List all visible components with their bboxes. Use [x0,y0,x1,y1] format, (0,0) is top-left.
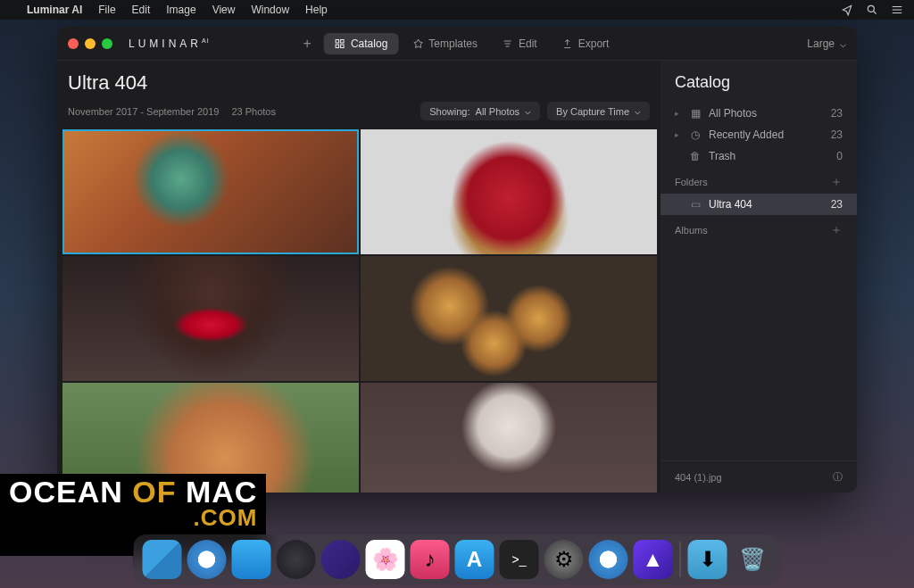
menu-edit[interactable]: Edit [132,4,151,16]
dock-app[interactable] [589,540,628,579]
dock-separator [680,542,681,577]
sidebar-item-label: Trash [709,150,735,162]
svg-rect-3 [336,45,339,48]
sidebar-folders-section: Folders ＋ [661,167,857,194]
app-window: LUMINARAI + Catalog Templates Edit Expor… [57,27,857,493]
menubar-control-center-icon[interactable] [891,4,903,16]
app-logo-sup: AI [202,37,210,44]
dock-settings[interactable]: ⚙ [544,540,584,579]
close-button[interactable] [68,38,79,49]
dock-terminal[interactable]: >_ [500,540,539,579]
watermark-text: .COM [9,505,257,531]
showing-filter[interactable]: Showing: All Photos ⌵ [420,102,540,120]
app-logo-text: LUMINAR [129,37,202,50]
photo-grid [62,129,661,493]
sidebar-item-label: Ultra 404 [709,198,752,211]
watermark-text: OCEAN [9,475,123,509]
sidebar-title: Catalog [661,73,857,103]
menubar-app-name[interactable]: Luminar AI [27,4,82,16]
sort-filter-label: By Capture Time [556,106,629,117]
menu-window[interactable]: Window [251,4,289,16]
grid-icon: ▦ [689,107,702,120]
tab-templates[interactable]: Templates [402,33,488,54]
album-photo-count: 23 Photos [231,106,276,117]
export-icon [562,38,573,49]
trash-icon: 🗑 [689,150,702,162]
thumbnail-size-selector[interactable]: Large ⌵ [807,37,846,50]
sidebar-item-count: 23 [831,107,843,120]
dock-appstore[interactable]: A [455,540,494,579]
dock-downloads[interactable]: ⬇ [688,540,727,579]
menu-file[interactable]: File [98,4,115,16]
showing-filter-value: All Photos [476,106,520,117]
chevron-down-icon: ⌵ [840,37,846,50]
menu-view[interactable]: View [212,4,236,16]
tab-edit-label: Edit [519,37,537,50]
templates-icon [412,38,423,49]
titlebar: LUMINARAI + Catalog Templates Edit Expor… [57,27,857,61]
disclosure-triangle-icon[interactable]: ▸ [675,109,682,118]
sort-filter[interactable]: By Capture Time ⌵ [547,102,650,120]
sidebar-section-label: Albums [675,225,708,236]
tab-catalog[interactable]: Catalog [324,33,398,54]
tab-export-label: Export [578,37,610,50]
clock-icon: ◷ [689,128,702,141]
chevron-down-icon: ⌵ [525,105,531,117]
svg-rect-4 [341,45,345,48]
photo-thumbnail[interactable] [361,129,657,254]
album-date-range: November 2017 - September 2019 [68,106,219,117]
sidebar-item-count: 23 [831,198,843,211]
minimize-button[interactable] [85,38,96,49]
dock-app[interactable] [232,540,271,579]
chevron-down-icon: ⌵ [635,105,641,117]
showing-filter-prefix: Showing: [429,106,469,117]
watermark-text: MAC [186,475,257,509]
photo-thumbnail[interactable] [62,129,359,254]
sidebar-footer: 404 (1).jpg ⓘ [661,460,857,493]
info-button[interactable]: ⓘ [833,470,843,484]
app-logo: LUMINARAI [129,37,210,50]
tab-templates-label: Templates [428,37,478,50]
main-area: Ultra 404 November 2017 - September 2019… [57,61,661,493]
sidebar-recently-added[interactable]: ▸ ◷ Recently Added 23 [661,124,857,145]
photo-thumbnail[interactable] [361,383,657,493]
album-title: Ultra 404 [68,71,147,95]
watermark-text: OF [132,475,176,509]
add-folder-button[interactable]: ＋ [830,174,843,190]
window-controls [68,38,112,49]
menu-image[interactable]: Image [166,4,195,16]
photo-thumbnail[interactable] [361,256,657,381]
sidebar-folder-item[interactable]: ▭ Ultra 404 23 [661,194,857,215]
catalog-sidebar: Catalog ▸ ▦ All Photos 23 ▸ ◷ Recently A… [661,61,857,493]
tab-catalog-label: Catalog [351,37,387,50]
dock-trash[interactable]: 🗑️ [733,540,772,579]
dock-photos[interactable]: 🌸 [366,540,405,579]
photo-thumbnail[interactable] [62,256,359,381]
add-button[interactable]: + [295,32,320,55]
fullscreen-button[interactable] [102,38,112,49]
sidebar-trash[interactable]: 🗑 Trash 0 [661,145,857,167]
sidebar-section-label: Folders [675,177,708,187]
svg-point-0 [868,5,874,12]
add-album-button[interactable]: ＋ [830,222,843,238]
dock-luminar[interactable]: ▲ [634,540,673,579]
folder-icon: ▭ [689,198,702,211]
catalog-icon [335,38,345,49]
dock-app[interactable] [321,540,361,579]
svg-rect-2 [341,39,345,43]
macos-dock: 🌸 ♪ A >_ ⚙ ▲ ⬇ 🗑️ [134,534,781,584]
menubar-spotlight-icon[interactable] [866,4,878,16]
menu-help[interactable]: Help [305,4,328,16]
dock-safari[interactable] [187,540,227,579]
sidebar-item-count: 23 [831,128,843,141]
disclosure-triangle-icon[interactable]: ▸ [675,130,682,139]
dock-app[interactable] [277,540,316,579]
dock-finder[interactable] [143,540,182,579]
tab-edit[interactable]: Edit [492,33,548,54]
sidebar-albums-section: Albums ＋ [661,215,857,242]
sidebar-item-label: Recently Added [709,128,784,141]
menubar-share-icon[interactable] [841,4,853,16]
tab-export[interactable]: Export [552,33,620,54]
sidebar-all-photos[interactable]: ▸ ▦ All Photos 23 [661,103,857,124]
dock-music[interactable]: ♪ [411,540,450,579]
